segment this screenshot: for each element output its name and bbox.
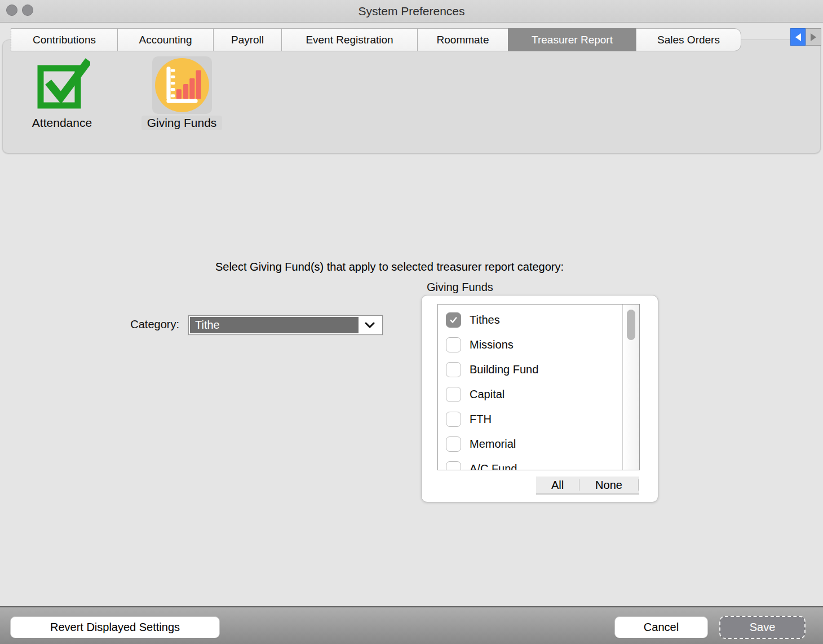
toolbar-item-label: Giving Funds: [141, 116, 223, 130]
checkbox-icon[interactable]: [446, 387, 461, 402]
fund-row-capital[interactable]: Capital: [446, 382, 622, 407]
scrollbar-track[interactable]: [622, 305, 639, 470]
tab-label: Accounting: [139, 34, 192, 46]
window-title: System Preferences: [0, 0, 823, 23]
checkbox-icon[interactable]: [446, 412, 461, 427]
toolbar-item-giving-funds[interactable]: Giving Funds: [132, 56, 231, 130]
giving-funds-list: Tithes Missions Building Fund Capital FT…: [437, 304, 640, 470]
tab-roommate[interactable]: Roommate: [417, 28, 508, 51]
cancel-button[interactable]: Cancel: [614, 616, 708, 638]
giving-funds-bar-chart-icon: [152, 56, 212, 114]
tab-scroll-right-button[interactable]: [806, 28, 821, 46]
category-selected-value: Tithe: [190, 317, 359, 333]
tab-label: Payroll: [231, 34, 264, 46]
titlebar: System Preferences: [0, 0, 823, 23]
tab-label: Treasurer Report: [532, 34, 613, 46]
fund-row-tithes[interactable]: Tithes: [446, 307, 622, 332]
attendance-checkbox-icon: [32, 56, 92, 114]
checkbox-icon[interactable]: [446, 362, 461, 377]
select-none-button[interactable]: None: [579, 479, 638, 492]
fund-rows: Tithes Missions Building Fund Capital FT…: [438, 305, 622, 470]
save-button[interactable]: Save: [720, 616, 805, 638]
tab-scroll-left-button[interactable]: [790, 28, 806, 46]
fund-row-missions[interactable]: Missions: [446, 332, 622, 357]
tab-label: Roommate: [437, 34, 489, 46]
toolbar-panel: [2, 39, 821, 153]
tab-label: Contributions: [33, 34, 96, 46]
checkbox-checked-icon[interactable]: [446, 312, 461, 328]
tab-sales-orders[interactable]: Sales Orders: [636, 28, 741, 51]
fund-name: Building Fund: [470, 363, 538, 376]
revert-displayed-settings-button[interactable]: Revert Displayed Settings: [10, 616, 220, 638]
tab-treasurer-report[interactable]: Treasurer Report: [508, 28, 636, 51]
tab-accounting[interactable]: Accounting: [117, 28, 214, 51]
arrow-right-icon: [809, 33, 817, 42]
tab-event-registration[interactable]: Event Registration: [281, 28, 418, 51]
fund-name: Memorial: [470, 438, 516, 451]
toolbar-item-label: Attendance: [26, 116, 98, 130]
footer-bar: Revert Displayed Settings Cancel Save: [0, 606, 823, 644]
fund-row-building-fund[interactable]: Building Fund: [446, 357, 622, 382]
fund-name: Capital: [470, 388, 505, 401]
checkbox-icon[interactable]: [446, 436, 461, 452]
tab-bar: Contributions Accounting Payroll Event R…: [11, 28, 741, 51]
fund-row-ac-fund[interactable]: A/C Fund: [446, 456, 622, 470]
instruction-text: Select Giving Fund(s) that apply to sele…: [0, 261, 779, 274]
fund-row-memorial[interactable]: Memorial: [446, 431, 622, 456]
tab-label: Event Registration: [306, 34, 393, 46]
checkbox-icon[interactable]: [446, 337, 461, 352]
divider: [638, 479, 639, 491]
fund-name: A/C Fund: [470, 462, 517, 471]
toolbar-item-attendance[interactable]: Attendance: [17, 56, 107, 130]
scrollbar-thumb[interactable]: [627, 310, 635, 340]
fund-name: FTH: [470, 413, 492, 426]
tab-label: Sales Orders: [657, 34, 720, 46]
giving-funds-list-title: Giving Funds: [427, 281, 493, 294]
fund-name: Tithes: [470, 314, 500, 327]
tab-nav-arrows: [790, 28, 821, 46]
giving-funds-panel: Tithes Missions Building Fund Capital FT…: [421, 295, 658, 502]
fund-row-fth[interactable]: FTH: [446, 407, 622, 431]
category-label: Category:: [101, 318, 179, 331]
list-actions: All None: [536, 477, 639, 495]
chevron-down-icon: [359, 317, 381, 333]
checkbox-icon[interactable]: [446, 461, 461, 471]
tab-contributions[interactable]: Contributions: [11, 28, 118, 51]
select-all-button[interactable]: All: [536, 479, 579, 492]
arrow-left-icon: [794, 33, 802, 42]
tab-payroll[interactable]: Payroll: [213, 28, 282, 51]
category-dropdown[interactable]: Tithe: [188, 315, 383, 335]
fund-name: Missions: [470, 338, 514, 351]
